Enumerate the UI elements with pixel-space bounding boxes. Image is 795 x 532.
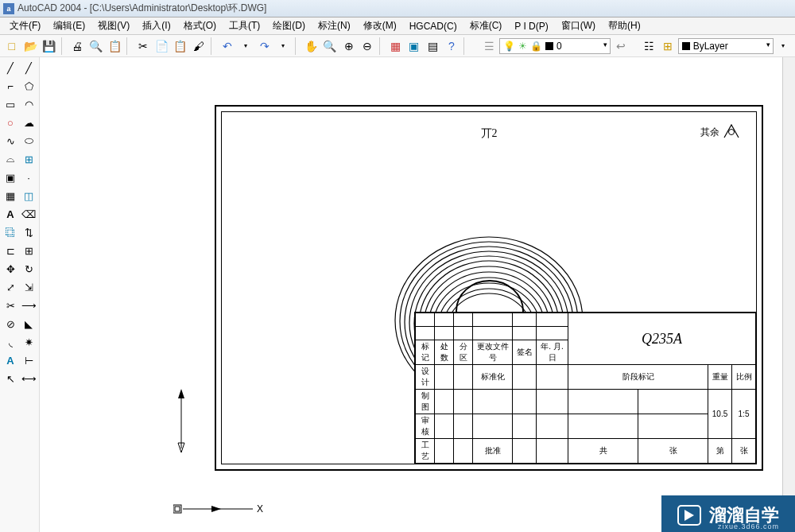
surface-finish-icon [723,123,740,141]
svg-marker-6 [211,506,221,512]
menu-modify[interactable]: 修改(M) [357,17,403,34]
dcenter-button[interactable]: ▣ [405,37,423,55]
svg-text:X: X [257,503,263,515]
menu-format[interactable]: 格式(O) [177,17,223,34]
lt-mgr2[interactable]: ⊞ [659,37,677,55]
revcloud-tool[interactable]: ☁ [20,114,37,131]
svg-rect-4 [175,507,180,511]
scale-tool[interactable]: ⤢ [2,278,19,296]
menu-insert[interactable]: 插入(I) [136,17,176,34]
circle-tool[interactable]: ○ [2,114,19,131]
print-button[interactable]: 🖨 [68,37,86,55]
rect-tool[interactable]: ▭ [2,95,19,113]
cut-button[interactable]: ✂ [134,37,152,55]
menu-tools[interactable]: 工具(T) [223,17,266,34]
menu-bar: 文件(F) 编辑(E) 视图(V) 插入(I) 格式(O) 工具(T) 绘图(D… [0,17,795,35]
array-tool[interactable]: ⊞ [20,242,37,259]
trim-tool[interactable]: ✂ [2,297,19,314]
pan-button[interactable]: ✋ [303,37,320,55]
dim-tool[interactable]: A [2,351,19,369]
tool-pal-button[interactable]: ▤ [425,37,442,55]
ellipsearc-tool[interactable]: ⌓ [2,150,19,168]
layer-dropdown[interactable]: 💡☀🔒 0 [499,38,611,54]
region-tool[interactable]: ◫ [20,187,37,204]
redo-button[interactable]: ↷ [256,37,273,55]
undo-button[interactable]: ↶ [219,37,236,55]
layer-mgr-button[interactable]: ☰ [481,37,498,55]
standard-toolbar: □ 📂 💾 🖨 🔍 📋 ✂ 📄 📋 🖌 ↶ ▾ ↷ ▾ ✋ 🔍 ⊕ ⊖ ▦ ▣ … [0,35,795,57]
mtext-tool[interactable]: A [2,205,19,223]
break-tool[interactable]: ⊘ [2,315,19,332]
line-tool[interactable]: ╱ [2,59,19,76]
offset-tool[interactable]: ⊏ [2,242,19,259]
svg-point-8 [729,130,735,135]
redo-drop[interactable]: ▾ [274,37,292,55]
menu-standard[interactable]: 标准(C) [463,17,509,34]
ellipse-tool[interactable]: ⬭ [20,132,37,150]
polygon-tool[interactable]: ⬠ [20,77,37,95]
measure-tool[interactable]: ⟷ [20,370,37,387]
extend-tool[interactable]: ⟶ [20,297,37,314]
arc-tool[interactable]: ◠ [20,95,37,113]
menu-hgcad[interactable]: HGCAD(C) [403,19,463,33]
new-button[interactable]: □ [3,37,21,55]
ucs-icon: X [173,486,269,518]
menu-edit[interactable]: 编辑(E) [47,17,91,34]
rotate-tool[interactable]: ↻ [20,260,37,278]
play-icon [677,505,701,526]
spline-tool[interactable]: ∿ [2,132,19,150]
stretch-tool[interactable]: ⇲ [20,278,37,296]
point-tool[interactable]: · [20,169,37,186]
drawing-canvas[interactable]: X 丌2 其余 [40,57,782,532]
surface-finish-label: 其余 [700,126,719,139]
copy-button[interactable]: 📄 [153,37,170,55]
vertical-scrollbar[interactable] [782,57,795,532]
open-button[interactable]: 📂 [22,37,40,55]
menu-dimension[interactable]: 标注(N) [312,17,357,34]
chamfer-tool[interactable]: ◣ [20,315,37,332]
mirror-tool[interactable]: ⇅ [20,223,37,241]
menu-pid[interactable]: P I D(P) [508,19,554,33]
zoom-prev-button[interactable]: ⊖ [359,37,376,55]
drawing-frame: 丌2 其余 [215,105,763,471]
layer-prev-button[interactable]: ↩ [612,37,630,55]
menu-window[interactable]: 窗口(W) [555,17,602,34]
linetype-dropdown[interactable]: ByLayer [678,38,774,54]
watermark-brand: 溜溜自学 zixue.3d66.com [661,495,795,532]
pline-tool[interactable]: ⌐ [2,77,19,95]
xline-tool[interactable]: ╱ [20,59,37,76]
menu-view[interactable]: 视图(V) [91,17,136,34]
drawing-frame-inner: 丌2 其余 [221,111,757,464]
menu-file[interactable]: 文件(F) [3,17,47,34]
brand-url: zixue.3d66.com [718,522,779,530]
props-button[interactable]: ▦ [387,37,405,55]
hatch-tool[interactable]: ▦ [2,187,19,204]
menu-help[interactable]: 帮助(H) [602,17,647,34]
zoom-rt-button[interactable]: 🔍 [321,37,339,55]
explode-tool[interactable]: ✷ [20,333,37,351]
match-button[interactable]: 🖌 [190,37,207,55]
fillet-tool[interactable]: ◟ [2,333,19,351]
preview-button[interactable]: 🔍 [87,37,105,55]
help-button[interactable]: ? [443,37,460,55]
copy-tool[interactable]: ⿻ [2,223,19,241]
draw-modify-toolbar: ╱ ╱ ⌐ ⬠ ▭ ◠ ○ ☁ ∿ ⬭ ⌓ ⊞ ▣ · ▦ ◫ A ⌫ ⿻ ⇅ … [0,57,40,532]
lt-mgr1[interactable]: ☷ [641,37,658,55]
insert-tool[interactable]: ⊞ [20,150,37,168]
undo-drop[interactable]: ▾ [237,37,254,55]
title-bar: a AutoCAD 2004 - [C:\Users\Administrator… [0,0,795,17]
lt-drop[interactable]: ▾ [775,37,793,55]
title-block: Q235A 标记 处数 分区 更改文件号 签名 年. 月. 日 [414,312,756,464]
zoom-win-button[interactable]: ⊕ [340,37,358,55]
move-tool[interactable]: ✥ [2,260,19,278]
block-tool[interactable]: ▣ [2,169,19,186]
menu-draw[interactable]: 绘图(D) [266,17,312,34]
paste-button[interactable]: 📋 [172,37,189,55]
dim2-tool[interactable]: ⊢ [20,351,37,369]
erase-tool[interactable]: ⌫ [20,205,37,223]
leader-tool[interactable]: ↖ [2,370,19,387]
publish-button[interactable]: 📋 [106,37,123,55]
save-button[interactable]: 💾 [41,37,58,55]
north-arrow-icon [173,389,189,452]
linetype-current: ByLayer [693,41,728,52]
